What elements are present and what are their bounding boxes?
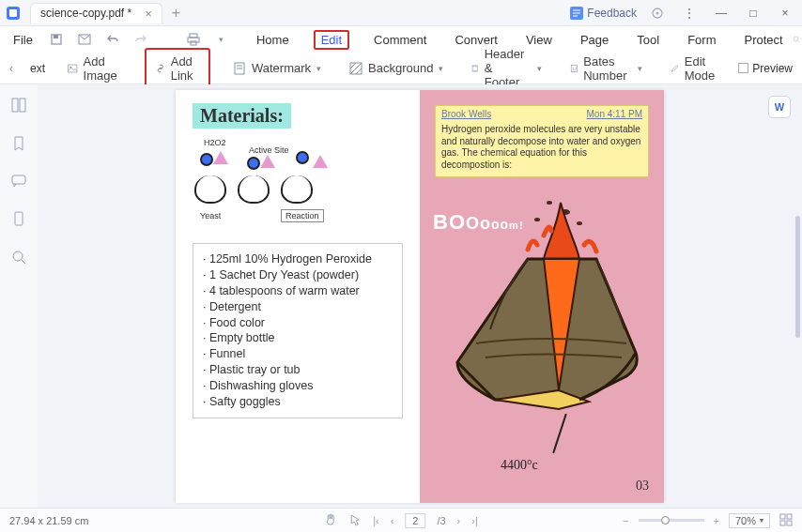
save-icon[interactable] (48, 31, 65, 48)
yeast-label: Yeast (200, 211, 221, 220)
svg-point-25 (13, 251, 23, 261)
h2o2-label: H2O2 (204, 138, 226, 147)
add-image-button[interactable]: Add Image (62, 52, 128, 85)
zoom-slider[interactable] (639, 519, 704, 522)
left-sidebar (0, 84, 38, 508)
word-export-badge[interactable]: W (768, 96, 791, 118)
menu-edit[interactable]: Edit (314, 30, 349, 50)
page-total: /3 (437, 515, 445, 526)
document-tab[interactable]: science-copy.pdf * × (30, 3, 162, 23)
list-item: Dishwashing gloves (203, 378, 393, 394)
menu-protect[interactable]: Protect (740, 31, 786, 49)
active-site-label: Active Site (249, 145, 289, 155)
header-footer-icon (471, 62, 478, 75)
svg-point-27 (547, 201, 552, 205)
undo-icon[interactable] (104, 31, 121, 48)
prev-page-icon[interactable]: ‹ (391, 515, 394, 526)
minimize-button[interactable]: — (710, 2, 733, 24)
maximize-button[interactable]: □ (742, 2, 764, 24)
svg-rect-1 (9, 9, 17, 17)
materials-heading: Materials: (193, 103, 291, 129)
back-button[interactable]: ‹ (9, 62, 13, 75)
new-tab-button[interactable]: + (172, 5, 180, 22)
bookmark-icon[interactable] (12, 136, 25, 154)
svg-rect-8 (190, 34, 197, 38)
print-icon[interactable] (185, 31, 202, 48)
attachment-icon[interactable] (12, 211, 25, 229)
reaction-label: Reaction (281, 209, 324, 222)
app-logo-icon (0, 0, 26, 26)
page-right: Brook Wells Mon 4:11 PM Hydrogen peroxid… (420, 90, 664, 503)
checkbox-icon (738, 63, 748, 73)
page-number: 03 (636, 479, 649, 494)
menu-comment[interactable]: Comment (370, 31, 430, 49)
hand-tool-icon[interactable] (324, 513, 337, 528)
first-page-icon[interactable]: |‹ (373, 515, 379, 526)
statusbar: 27.94 x 21.59 cm |‹ ‹ 2 /3 › ›| − + 70% … (0, 508, 802, 532)
more-icon[interactable]: ⋮ (678, 2, 701, 24)
sticky-note[interactable]: Brook Wells Mon 4:11 PM Hydrogen peroxid… (435, 105, 649, 177)
zoom-dropdown[interactable]: 70% ▾ (729, 513, 770, 528)
select-tool-icon[interactable] (348, 513, 362, 528)
link-icon (156, 62, 165, 75)
menu-home[interactable]: Home (253, 31, 293, 49)
pencil-icon (671, 62, 679, 75)
list-item: Funnel (203, 346, 393, 362)
add-link-button[interactable]: Add Link (145, 48, 210, 89)
fit-view-icon[interactable] (779, 513, 793, 528)
bates-number-button[interactable]: 12 Bates Number▾ (564, 52, 648, 85)
settings-icon[interactable] (646, 2, 669, 24)
print-dropdown-icon[interactable]: ▾ (213, 31, 230, 48)
menu-form[interactable]: Form (684, 31, 719, 49)
svg-rect-23 (12, 175, 25, 184)
background-button[interactable]: Background▾ (344, 58, 449, 78)
svg-rect-12 (69, 65, 77, 72)
menu-tool[interactable]: Tool (633, 31, 663, 49)
svg-rect-18 (472, 69, 477, 71)
feedback-button[interactable]: Feedback (570, 7, 637, 20)
reaction-diagram: H2O2 Active Site Yeast Reaction (193, 138, 403, 232)
svg-rect-6 (54, 35, 58, 38)
comment-panel-icon[interactable] (11, 175, 26, 190)
list-item: Plastic tray or tub (203, 362, 393, 378)
next-page-icon[interactable]: › (457, 515, 461, 526)
document-canvas[interactable]: W Materials: H2O2 Active Site Yeast Reac… (38, 84, 802, 508)
svg-point-29 (534, 218, 540, 221)
search-tools[interactable]: Search Tools (793, 26, 802, 53)
mail-icon[interactable] (76, 31, 93, 48)
scrollbar-thumb[interactable] (795, 216, 800, 338)
search-panel-icon[interactable] (11, 250, 26, 267)
edit-mode-button[interactable]: Edit Mode (665, 52, 726, 85)
svg-rect-31 (787, 514, 792, 519)
list-item: Food color (203, 315, 393, 331)
preview-checkbox[interactable]: Preview (738, 62, 793, 75)
page-spread: Materials: H2O2 Active Site Yeast Reacti… (176, 90, 664, 502)
svg-point-4 (656, 11, 659, 14)
svg-rect-21 (12, 99, 18, 112)
tab-title: science-copy.pdf * (40, 7, 131, 20)
menu-page[interactable]: Page (577, 31, 612, 49)
edit-toolbar: ‹ ext Add Image Add Link Watermark▾ Back… (0, 53, 802, 84)
titlebar: science-copy.pdf * × + Feedback ⋮ — □ × (0, 0, 802, 26)
svg-rect-17 (472, 65, 477, 67)
svg-text:12: 12 (572, 66, 577, 70)
redo-icon[interactable] (132, 31, 149, 48)
zoom-in-icon[interactable]: + (714, 515, 719, 526)
background-icon (349, 62, 362, 75)
page-dimensions: 27.94 x 21.59 cm (9, 515, 88, 526)
note-author: Brook Wells (441, 109, 491, 119)
search-icon (793, 34, 800, 45)
page-number-input[interactable]: 2 (405, 513, 425, 528)
watermark-button[interactable]: Watermark▾ (227, 58, 327, 78)
list-item: Empty bottle (203, 330, 393, 346)
close-tab-icon[interactable]: × (145, 7, 152, 21)
svg-rect-22 (20, 99, 25, 112)
volcano-illustration (439, 193, 645, 437)
list-item: 1 Sachet Dry Yeast (powder) (203, 267, 393, 283)
list-item: Detergent (203, 299, 393, 315)
zoom-out-icon[interactable]: − (623, 515, 628, 526)
last-page-icon[interactable]: ›| (471, 515, 478, 526)
thumbnails-icon[interactable] (11, 98, 26, 115)
file-menu[interactable]: File (9, 31, 37, 49)
close-window-button[interactable]: × (774, 2, 796, 24)
